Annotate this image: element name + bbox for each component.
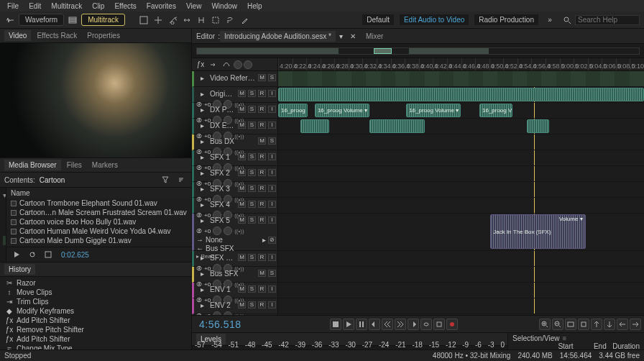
mute-button[interactable]: M [238,301,246,309]
marquee-tool-icon[interactable] [210,14,221,26]
mute-button[interactable]: M [238,122,246,129]
history-item[interactable]: ≈Change Mix Type [0,344,191,349]
track-name[interactable]: DX Emo [210,122,236,129]
audio-clip[interactable]: 16_proog Volume ▾ [315,104,369,117]
tab-effects-rack[interactable]: Effects Rack [32,30,81,41]
monitor-button[interactable]: I [268,169,276,176]
chevron-icon[interactable]: ▸ [196,119,208,131]
chevron-icon[interactable]: ▸ [196,198,208,210]
track-header[interactable]: ▸Bus SFXMS⦿+0((•)) [192,267,278,283]
session-overview[interactable] [192,44,644,58]
track-header[interactable]: ▸Original AudioMSRI⦿+0((•)) [192,87,278,103]
solo-button[interactable]: S [248,153,256,160]
track-content-area[interactable]: 16_proog Volume ▾16_proog Volume ▾16_pro… [278,71,644,314]
menu-favorites[interactable]: Favorites [142,1,180,11]
mute-button[interactable]: M [238,153,246,160]
menu-help[interactable]: Help [243,1,267,11]
tab-markers[interactable]: Markers [88,160,122,170]
track-name[interactable]: Video Reference [210,74,256,82]
waveform-mode-button[interactable]: Waveform [19,14,64,26]
mute-button[interactable]: M [258,137,266,145]
zoom-in-amp-button[interactable] [591,319,602,330]
track-name[interactable]: Bus DX [210,137,256,145]
mute-button[interactable]: M [238,285,246,293]
solo-button[interactable]: S [248,201,256,208]
audio-clip[interactable] [369,119,424,133]
track-name[interactable]: SFX 5 [210,216,236,224]
tab-media-browser[interactable]: Media Browser [4,160,61,170]
chevron-icon[interactable]: ▸ [196,167,208,178]
track-name[interactable]: SFX 2 [210,169,236,177]
zoom-full-button[interactable] [565,319,576,330]
monitor-button[interactable]: I [268,216,276,224]
mute-button[interactable]: M [238,201,246,208]
workspace-edit-audio-to-video[interactable]: Edit Audio to Video [400,14,469,25]
monitor-button[interactable]: I [268,254,276,261]
chevron-icon[interactable]: ▸ [196,214,208,226]
chevron-icon[interactable]: ▸ [196,252,208,263]
track-header[interactable]: ▸Video ReferenceMS [192,71,278,87]
volume-knob[interactable] [213,227,221,235]
history-item[interactable]: ƒxAdd Pitch Shifter [0,316,191,325]
chevron-icon[interactable]: ▸ [196,283,208,295]
monitor-button[interactable]: I [268,90,276,97]
audio-clip[interactable]: 16_proog Volume ▾ [406,104,461,117]
menu-window[interactable]: Window [207,1,242,11]
zoom-out-amp-button[interactable] [604,319,615,330]
mute-button[interactable]: M [238,169,246,176]
mute-button[interactable]: M [258,74,266,81]
workspace-overflow-icon[interactable]: » [544,14,556,26]
track-name[interactable]: SFX 3 [210,185,236,193]
loop-button[interactable] [420,319,432,330]
multitrack-mode-button[interactable]: Multitrack [81,14,125,26]
record-arm-button[interactable]: R [258,106,266,113]
solo-button[interactable]: S [248,169,256,176]
history-list[interactable]: ✂Razor↕Move Clips⇥Trim Clips◆Modify Keyf… [0,277,191,349]
razor-tool-icon[interactable] [167,14,178,26]
chevron-icon[interactable]: ▸ [196,135,208,147]
record-arm-button[interactable]: R [258,90,266,97]
levels-meter[interactable]: -57-54-51-48-45-42-39-36-33-30-27-24-21-… [192,346,507,349]
mute-button[interactable]: M [238,254,246,261]
history-item[interactable]: ƒxAdd Pitch Shifter [0,334,191,344]
master-knob[interactable] [234,60,242,69]
record-arm-button[interactable]: R [258,301,266,309]
pan-knob[interactable] [224,227,232,235]
record-arm-button[interactable]: R [258,153,266,160]
sends-icon[interactable] [208,59,219,70]
mb-contents-value[interactable]: Cartoon [40,176,65,184]
audio-clip[interactable]: 16_proog V… [479,104,512,117]
brush-tool-icon[interactable] [239,14,250,26]
search-help-input[interactable] [575,15,640,25]
solo-button[interactable]: S [268,270,276,277]
menu-clip[interactable]: Clip [88,1,109,11]
menu-edit[interactable]: Edit [24,1,45,11]
rewind-button[interactable] [382,319,393,330]
track-lane[interactable] [278,71,644,87]
monitor-button[interactable]: I [268,301,276,309]
monitor-button[interactable]: I [268,285,276,293]
menu-effects[interactable]: Effects [110,1,140,11]
mute-button[interactable]: M [238,106,246,113]
mute-button[interactable]: M [238,90,246,97]
track-header[interactable]: ▸SFX 3MSRI⦿+0((•)) [192,182,278,198]
stereo-toggle[interactable]: ⊘ [268,237,276,244]
track-header[interactable]: ▸SFX 1MSRI⦿+0((•)) [192,150,278,166]
zoom-in-time-button[interactable] [539,319,551,330]
mute-button[interactable]: M [238,216,246,224]
track-name[interactable]: SFX Footsteps [210,254,236,262]
track-header[interactable]: ▸SFX 5MSRI⦿+0((•))→None▸⊘←Bus SFX▸ Read [192,214,278,251]
zoom-out-vert-button[interactable] [630,319,641,330]
go-to-next-button[interactable] [408,319,419,330]
mb-filter-icon[interactable] [160,174,171,186]
mb-play-icon[interactable] [11,249,22,260]
audio-clip[interactable]: 16_proog Volume ▾ [278,104,308,117]
tab-history[interactable]: History [4,264,35,275]
play-button[interactable] [343,319,354,330]
track-lane[interactable] [278,198,644,214]
tab-files[interactable]: Files [63,160,86,170]
time-select-tool-icon[interactable] [196,14,207,26]
audio-clip[interactable] [300,119,330,133]
tab-video[interactable]: Video [4,30,31,41]
monitor-button[interactable]: I [268,122,276,129]
